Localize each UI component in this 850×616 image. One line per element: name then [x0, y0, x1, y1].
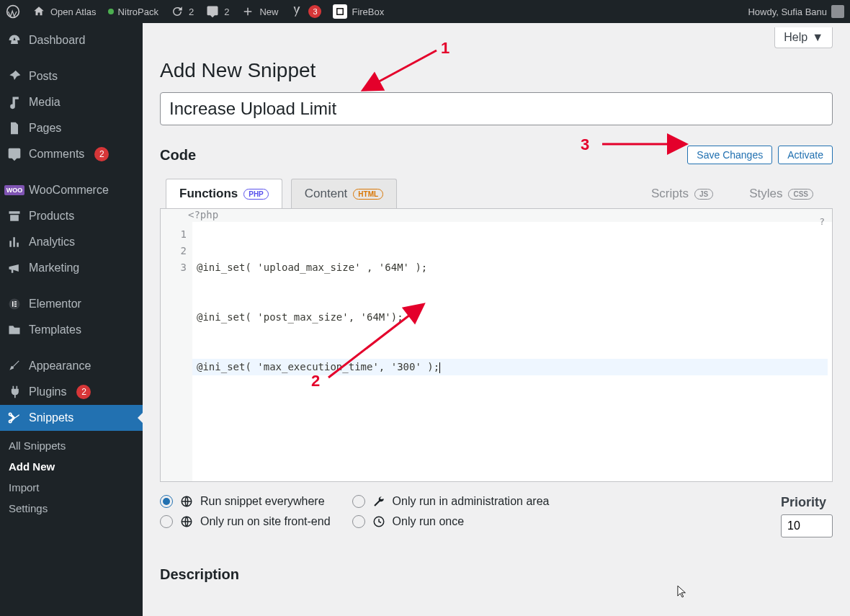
save-button[interactable]: Save Changes — [687, 146, 772, 164]
tab-label: Functions — [179, 187, 238, 201]
site-name-text: Open Atlas — [50, 6, 97, 17]
snippets-submenu: All Snippets Add New Import Settings — [0, 431, 143, 526]
code-line: @ini_set( 'upload_max_size' , '64M' ); — [192, 259, 828, 276]
priority-label: Priority — [781, 495, 833, 510]
nitropack-label: NitroPack — [118, 6, 158, 17]
subitem-settings[interactable]: Settings — [0, 498, 143, 519]
opt-label: Only run on site front-end — [200, 515, 331, 528]
yoast-icon — [290, 4, 304, 19]
brush-icon — [7, 359, 22, 373]
tab-label: Scripts — [651, 187, 689, 201]
user-greeting[interactable]: Howdy, Sufia Banu — [748, 5, 844, 18]
description-heading: Description — [160, 566, 833, 583]
svg-rect-1 — [337, 9, 343, 14]
editor-prefix: <?php — [188, 209, 218, 220]
sidebar-item-plugins[interactable]: Plugins 2 — [0, 379, 143, 405]
code-line: @ini_set( 'post_max_size', '64M'); — [192, 309, 828, 326]
tab-label: Content — [305, 187, 348, 201]
admin-comments-count: 2 — [224, 6, 229, 17]
tab-functions[interactable]: Functions PHP — [166, 179, 282, 208]
radio-icon — [352, 495, 365, 508]
run-option-once[interactable]: Only run once — [352, 515, 550, 528]
updates-count: 2 — [189, 6, 194, 17]
mouse-cursor-icon — [677, 585, 687, 598]
tab-badge: CSS — [788, 189, 813, 200]
help-tab[interactable]: Help ▼ — [774, 27, 833, 48]
pin-icon — [7, 69, 22, 84]
run-option-everywhere[interactable]: Run snippet everywhere — [160, 495, 331, 508]
sidebar-item-marketing[interactable]: Marketing — [0, 255, 143, 281]
site-name[interactable]: Open Atlas — [32, 4, 97, 19]
sidebar-item-posts[interactable]: Posts — [0, 63, 143, 89]
code-line: @ini_set( 'max_execution_time', '300' ); — [192, 359, 828, 375]
page-title: Add New Snippet — [160, 59, 833, 82]
new-content[interactable]: New — [241, 4, 278, 19]
sidebar-item-analytics[interactable]: Analytics — [0, 229, 143, 255]
subitem-import[interactable]: Import — [0, 477, 143, 498]
megaphone-icon — [7, 261, 22, 275]
firebox[interactable]: FireBox — [333, 4, 384, 19]
subitem-all-snippets[interactable]: All Snippets — [0, 435, 143, 456]
wp-logo[interactable] — [6, 4, 20, 19]
sidebar-item-media[interactable]: Media — [0, 89, 143, 115]
clock-icon — [372, 515, 385, 528]
opt-label: Only run once — [393, 515, 465, 528]
avatar — [831, 5, 844, 18]
priority-input[interactable] — [781, 514, 833, 537]
plug-icon — [7, 385, 22, 399]
sidebar-item-templates[interactable]: Templates — [0, 317, 143, 343]
tab-content[interactable]: Content HTML — [291, 179, 397, 208]
editor-help-icon[interactable]: ? — [819, 216, 825, 227]
comments[interactable]: 2 — [205, 4, 229, 19]
editor-content[interactable]: @ini_set( 'upload_max_size' , '64M' ); @… — [192, 222, 832, 481]
sidebar-item-dashboard[interactable]: Dashboard — [0, 27, 143, 53]
sidebar-label: Snippets — [29, 411, 73, 424]
analytics-icon — [7, 235, 22, 249]
firebox-label: FireBox — [352, 6, 384, 17]
radio-icon — [160, 495, 173, 508]
yoast-badge: 3 — [308, 5, 321, 18]
text-cursor — [439, 362, 440, 373]
line-number: 2 — [161, 243, 187, 259]
howdy-text: Howdy, Sufia Banu — [748, 6, 827, 17]
plugins-badge: 2 — [76, 385, 91, 399]
line-number: 1 — [161, 226, 187, 243]
yoast[interactable]: 3 — [290, 4, 321, 19]
sidebar-label: Appearance — [29, 360, 91, 372]
scissors-icon — [7, 411, 22, 425]
sidebar-item-products[interactable]: Products — [0, 203, 143, 229]
products-icon — [7, 209, 22, 223]
subitem-add-new[interactable]: Add New — [0, 456, 143, 477]
sidebar-label: Pages — [29, 122, 61, 135]
sidebar-item-snippets[interactable]: Snippets — [0, 405, 143, 431]
run-option-frontend[interactable]: Only run on site front-end — [160, 515, 331, 528]
tab-label: Styles — [749, 187, 782, 201]
sidebar-item-comments[interactable]: Comments 2 — [0, 141, 143, 167]
plus-icon — [241, 4, 255, 19]
tab-scripts[interactable]: Scripts JS — [638, 179, 727, 208]
sidebar-item-woocommerce[interactable]: WOO WooCommerce — [0, 177, 143, 203]
code-heading: Code — [160, 147, 196, 164]
run-option-admin[interactable]: Only run in administration area — [352, 495, 550, 508]
globe-icon — [180, 515, 193, 528]
sidebar-item-pages[interactable]: Pages — [0, 115, 143, 141]
nitropack[interactable]: NitroPack — [108, 6, 158, 17]
woocommerce-icon: WOO — [7, 183, 22, 197]
tab-styles[interactable]: Styles CSS — [735, 179, 827, 208]
sidebar-label: Templates — [29, 323, 81, 336]
activate-button[interactable]: Activate — [778, 146, 833, 164]
tab-badge: PHP — [243, 189, 269, 200]
code-editor[interactable]: <?php ? 1 2 3 @ini_set( 'upload_max_size… — [160, 208, 833, 482]
sidebar-label: Analytics — [29, 236, 75, 249]
wrench-icon — [372, 495, 385, 508]
sidebar-item-elementor[interactable]: Elementor — [0, 291, 143, 317]
snippet-title-input[interactable] — [160, 92, 833, 125]
updates[interactable]: 2 — [170, 4, 194, 19]
sidebar-label: Elementor — [29, 298, 81, 311]
refresh-icon — [170, 4, 184, 19]
main-content: Help ▼ Add New Snippet Code Save Changes… — [143, 23, 850, 616]
sidebar-label: Products — [29, 210, 74, 223]
sidebar-label: Plugins — [29, 385, 66, 398]
sidebar-label: Comments — [29, 148, 84, 161]
sidebar-item-appearance[interactable]: Appearance — [0, 353, 143, 379]
